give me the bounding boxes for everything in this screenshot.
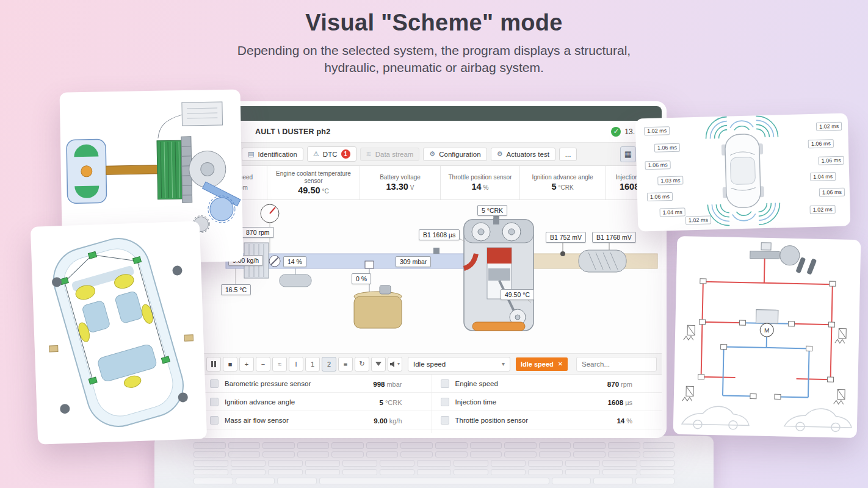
sensor-card-ignition-angle[interactable]: Ignition advance angle 5°CRK bbox=[520, 166, 606, 199]
sensor-value: 5 bbox=[551, 182, 556, 192]
sensor-time-label: 1.04 ms bbox=[660, 207, 685, 217]
param-unit: kg/h bbox=[389, 417, 402, 425]
wave-view-button[interactable]: ≈ bbox=[272, 357, 287, 371]
sound-button[interactable]: ▾ bbox=[388, 357, 402, 371]
table-row[interactable]: Injection time 1608µs bbox=[432, 393, 662, 411]
minus-icon: − bbox=[261, 361, 265, 368]
row-checkbox[interactable] bbox=[441, 398, 449, 406]
page-subtitle-line2: hydraulic, pneumatic or airbag system. bbox=[324, 60, 544, 74]
tab-label: ... bbox=[565, 151, 571, 158]
scheme-label-intake-temp: 16.5 °C bbox=[221, 284, 251, 295]
app-header: AULT \ DUSTER ph2 ✓ 13. bbox=[201, 121, 662, 143]
row-checkbox[interactable] bbox=[210, 416, 219, 425]
sensor-card-battery-voltage[interactable]: Battery voltage 13.30V bbox=[360, 166, 441, 199]
sensor-card-throttle-position[interactable]: Throttle position sensor 14% bbox=[441, 166, 520, 199]
hydraulic-illustration: M bbox=[673, 236, 861, 438]
page-2-button[interactable]: 2 bbox=[322, 357, 336, 371]
sensor-value: 14 bbox=[471, 182, 481, 192]
suspension-part bbox=[172, 265, 183, 276]
tab-identification[interactable]: ▤ Identification bbox=[242, 148, 303, 161]
tab-dtc[interactable]: ⚠ DTC 1 bbox=[307, 146, 356, 162]
table-row[interactable]: Barometric pressure sensor 998mbar bbox=[201, 375, 432, 393]
tab-data-stream[interactable]: ≋ Data stream bbox=[360, 148, 420, 161]
tab-actuators-test[interactable]: ⚙ Actuators test bbox=[491, 148, 555, 161]
table-row[interactable]: Mass air flow sensor 9.00kg/h bbox=[201, 411, 432, 429]
fuel-filter bbox=[280, 274, 311, 287]
tab-configuration[interactable]: ⚙ Configuration bbox=[423, 148, 486, 161]
page-1-button[interactable]: 1 bbox=[305, 357, 320, 371]
sensor-card-coolant-temp[interactable]: Engine coolant temperature sensor 49.50°… bbox=[267, 166, 360, 199]
input-shaft bbox=[106, 165, 157, 174]
sensor-cards-row: Engine speed 870rpm Engine coolant tempe… bbox=[201, 166, 662, 200]
param-unit: mbar bbox=[386, 381, 402, 388]
zoom-in-button[interactable]: + bbox=[239, 357, 254, 371]
sensor-time-label: 1.02 ms bbox=[809, 205, 835, 214]
param-name: Injection time bbox=[455, 398, 497, 406]
stop-button[interactable]: ■ bbox=[223, 357, 237, 371]
map-sensor bbox=[433, 248, 439, 254]
valve-body bbox=[182, 102, 223, 126]
dtc-icon: ⚠ bbox=[313, 151, 319, 157]
grid-icon: ▦ bbox=[624, 149, 632, 159]
parameter-select[interactable]: Idle speed ▾ bbox=[408, 357, 510, 371]
engine-scheme-canvas: 870 rpm 9.00 kg/h 14 % 309 mbar 0 % 16.5… bbox=[201, 200, 662, 354]
zoom-out-button[interactable]: − bbox=[256, 357, 270, 371]
filter-chip[interactable]: Idle speed ✕ bbox=[516, 357, 568, 371]
filter-chip-label: Idle speed bbox=[521, 361, 554, 368]
refresh-icon: ↻ bbox=[359, 360, 364, 368]
airbag-scheme-card bbox=[31, 221, 207, 444]
parameters-table: Barometric pressure sensor 998mbar Ignit… bbox=[201, 375, 662, 433]
scheme-label-injection: B1 1608 µs bbox=[419, 229, 460, 240]
sensor-time-label: 1.06 ms bbox=[819, 188, 845, 197]
search-input[interactable] bbox=[582, 361, 651, 368]
scheme-label-purge: 0 % bbox=[352, 273, 371, 284]
row-checkbox[interactable] bbox=[210, 398, 219, 406]
table-column-right: Engine speed 870rpm Injection time 1608µ… bbox=[432, 375, 662, 433]
parking-sensors-card: 1.02 ms 1.06 ms 1.06 ms 1.03 ms 1.06 ms … bbox=[635, 113, 851, 231]
param-value: 5 bbox=[379, 399, 383, 406]
chip-close-icon[interactable]: ✕ bbox=[558, 361, 563, 367]
refresh-button[interactable]: ↻ bbox=[355, 357, 369, 371]
actuators-test-icon: ⚙ bbox=[497, 151, 503, 157]
interval-button[interactable]: I bbox=[289, 357, 303, 371]
strut-symbols bbox=[682, 325, 847, 404]
caret-down-icon: ▾ bbox=[397, 361, 400, 367]
row-checkbox[interactable] bbox=[441, 379, 449, 388]
param-value: 870 bbox=[607, 381, 619, 388]
tab-more[interactable]: ... bbox=[559, 148, 577, 161]
sensor-time-label: 1.06 ms bbox=[647, 192, 673, 201]
scheme-label-o2-downstream: B1 1768 mV bbox=[592, 232, 636, 243]
connector bbox=[49, 345, 58, 351]
table-row[interactable]: Throttle position sensor 14% bbox=[432, 411, 662, 429]
sensor-unit: °C bbox=[322, 188, 329, 195]
tab-bar: ▤ Identification ⚠ DTC 1 ≋ Data stream ⚙… bbox=[201, 143, 662, 166]
scheme-label-coolant-temp: 49.50 °C bbox=[501, 289, 534, 300]
tab-label: Data stream bbox=[375, 151, 414, 158]
param-name: Throttle position sensor bbox=[455, 417, 529, 424]
sensor-value: 13.30 bbox=[386, 182, 408, 192]
wave-icon: ≈ bbox=[278, 361, 281, 368]
sensor-unit: °CRK bbox=[558, 184, 573, 191]
row-checkbox[interactable] bbox=[441, 416, 449, 425]
row-checkbox[interactable] bbox=[210, 379, 219, 388]
table-row[interactable]: Engine speed 870rpm bbox=[432, 375, 662, 393]
list-icon: ≡ bbox=[344, 361, 347, 368]
param-value: 998 bbox=[373, 381, 385, 388]
grid-view-button[interactable]: ▦ bbox=[620, 146, 636, 162]
filter-button[interactable] bbox=[371, 357, 386, 371]
sensor-time-label: 1.02 ms bbox=[685, 215, 711, 224]
hydraulic-scheme-card: M bbox=[673, 236, 861, 438]
table-row[interactable]: Ignition advance angle 5°CRK bbox=[201, 393, 432, 411]
engine-block bbox=[464, 209, 533, 331]
sensor-time-label: 1.02 ms bbox=[644, 126, 670, 135]
vapor-canister bbox=[354, 261, 402, 328]
abs-unit bbox=[756, 310, 778, 324]
sensor-time-label: 1.06 ms bbox=[654, 143, 680, 152]
list-view-button[interactable]: ≡ bbox=[338, 357, 353, 371]
laptop-keyboard bbox=[154, 436, 714, 488]
tab-label: Actuators test bbox=[507, 151, 549, 158]
pause-button[interactable] bbox=[206, 357, 221, 371]
pedal-assembly bbox=[750, 242, 817, 274]
suspension-part bbox=[60, 404, 70, 414]
car-top-view bbox=[721, 134, 764, 208]
